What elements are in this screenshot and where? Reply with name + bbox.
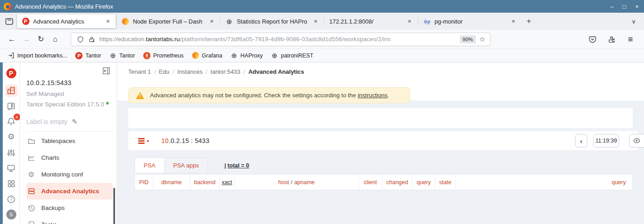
rail-settings[interactable]: ⚙	[5, 131, 18, 143]
sidebar-item-charts[interactable]: Charts	[26, 149, 113, 166]
sidebar-item-backups[interactable]: Backups	[26, 200, 113, 216]
rail-apps[interactable]	[5, 177, 18, 190]
browser-navbar: ← → ↻ ⌂ https://education.tantorlabs.ru/…	[0, 30, 644, 49]
rail-monitoring[interactable]	[5, 162, 18, 174]
column-header-pid[interactable]: PID	[135, 175, 153, 190]
breadcrumb-separator: /	[154, 68, 156, 75]
bookmark-item[interactable]: ⊕HAProxy	[227, 51, 266, 61]
column-header-backend[interactable]: backend	[190, 175, 220, 190]
tab-title: Advanced Analytics	[33, 18, 100, 25]
column-header-query[interactable]: query	[412, 175, 435, 190]
browser-tab[interactable]: PAdvanced Analytics×	[17, 14, 116, 28]
column-header-query[interactable]: query	[455, 175, 632, 190]
instance-toolbar-card: ▾ 10.0.2.15 : 5433 ‹ 11:19:39	[128, 131, 638, 150]
pocket-icon[interactable]	[586, 33, 599, 46]
instructions-link[interactable]: instructions	[358, 92, 387, 99]
warning-text: Advanced analytics may not be configured…	[150, 92, 389, 99]
bookmark-item[interactable]: PTantor	[72, 51, 105, 61]
firefox-view-icon[interactable]	[3, 15, 15, 28]
globe-favicon: ⊕	[225, 18, 233, 25]
bookmark-label: Import bookmarks...	[17, 52, 67, 59]
sidebar-item-advanced-analytics[interactable]: Advanced Analytics	[26, 183, 113, 200]
url-text: https://education.tantorlabs.ru/platform…	[99, 36, 460, 43]
bookmark-item[interactable]: Grafana	[188, 51, 226, 61]
back-button[interactable]: ←	[5, 33, 19, 46]
prometheus-favicon	[143, 52, 150, 59]
tab-close-button[interactable]: ×	[105, 18, 111, 25]
home-button[interactable]: ⌂	[48, 33, 63, 46]
tab-close-button[interactable]: ×	[510, 18, 517, 25]
monitor-icon	[7, 164, 15, 172]
breadcrumb-item[interactable]: Tenant 1	[128, 68, 151, 75]
collapse-sidebar-icon[interactable]	[102, 67, 110, 75]
column-header-host-apname[interactable]: host/apname	[235, 175, 359, 190]
tab-close-button[interactable]: ×	[208, 18, 215, 25]
sidebar-item-label: Tasks	[41, 221, 57, 224]
url-bar[interactable]: https://education.tantorlabs.ru/platform…	[71, 33, 490, 46]
time-back-button[interactable]: ‹	[575, 134, 587, 148]
svg-text:?: ?	[10, 197, 13, 202]
edit-pencil-icon[interactable]: ✎	[72, 118, 77, 126]
bookmark-item[interactable]: Import bookmarks...	[4, 51, 71, 61]
user-avatar: S	[6, 210, 16, 219]
tab-close-button[interactable]: ×	[312, 18, 319, 25]
bookmark-item[interactable]: Prometheus	[140, 51, 187, 61]
rail-documentation[interactable]	[5, 100, 18, 112]
shield-icon[interactable]	[77, 36, 84, 43]
browser-tab[interactable]: ⊕Statistics Report for HAPro×	[221, 14, 323, 28]
breadcrumb-item[interactable]: Instances	[177, 68, 203, 75]
total-counter: | total = 0	[224, 162, 249, 169]
bookmark-item[interactable]: ⊕Tantor	[106, 51, 139, 61]
list-menu-button[interactable]: ▾	[138, 138, 149, 144]
lock-warning-icon[interactable]	[88, 36, 95, 43]
sidebar-item-monitoring-conf[interactable]: ⚙Monitoring conf	[26, 166, 113, 183]
rail-instances[interactable]	[5, 84, 18, 96]
zoom-level-badge[interactable]: 90%	[460, 35, 476, 43]
sidebar-item-label: Tablespaces	[41, 138, 75, 144]
window-minimize-button[interactable]: –	[610, 4, 613, 10]
table-header-row: PIDdbnamebackendxacthost/apnameclientcha…	[135, 174, 633, 190]
time-field[interactable]: 11:19:39	[593, 134, 619, 148]
status-green-dot	[106, 102, 109, 105]
tab-psa[interactable]: PSA	[135, 158, 165, 173]
sidebar-item-tasks[interactable]: Tasks	[26, 216, 113, 224]
breadcrumb-item[interactable]: tantor:5433	[211, 68, 241, 75]
sidebar-menu: TablespacesCharts⚙Monitoring confAdvance…	[26, 131, 113, 224]
rail-tantor-logo[interactable]: P	[5, 67, 18, 79]
column-header-xact[interactable]: xact	[220, 175, 235, 190]
rail-user[interactable]: S	[5, 209, 18, 221]
rail-help[interactable]: ?	[5, 193, 18, 205]
breadcrumb-item: Advanced Analytics	[248, 68, 304, 75]
breadcrumb-item[interactable]: Edu	[159, 68, 169, 75]
column-header-client[interactable]: client	[359, 175, 383, 190]
pg-monitor-favicon: ϕρ	[423, 18, 431, 25]
grafana-favicon	[192, 52, 199, 59]
reload-button[interactable]: ↻	[34, 33, 48, 46]
eye-button[interactable]	[629, 134, 644, 148]
window-close-button[interactable]: ×	[635, 4, 639, 10]
tab-close-button[interactable]: ×	[407, 18, 413, 25]
browser-tab[interactable]: 172.21.1.2:8008/×	[325, 14, 417, 28]
bookmark-item[interactable]: ⊕patroniREST	[267, 51, 317, 61]
column-header-dbname[interactable]: dbname	[153, 175, 190, 190]
list-all-tabs-chevron-icon[interactable]: ∨	[626, 16, 641, 27]
task-icon	[27, 221, 35, 224]
window-maximize-button[interactable]: □	[623, 4, 626, 10]
column-header-state[interactable]: state	[435, 175, 455, 190]
sidebar-item-tablespaces[interactable]: Tablespaces	[26, 133, 113, 149]
bookmark-label: Grafana	[202, 52, 222, 59]
sidebar-scrollbar[interactable]	[113, 188, 115, 224]
rail-tuning[interactable]	[5, 146, 18, 158]
bookmark-star-icon[interactable]: ☆	[479, 35, 485, 43]
browser-tab[interactable]: ϕρpg-monitor×	[419, 14, 521, 28]
browser-tab[interactable]: Node Exporter Full – Dash×	[117, 14, 219, 28]
extensions-puzzle-icon[interactable]	[605, 33, 618, 46]
app-menu-icon[interactable]: ≡	[624, 33, 637, 46]
breadcrumb-separator: /	[243, 68, 245, 75]
new-tab-button[interactable]: +	[521, 15, 537, 28]
tab-psa-apps[interactable]: PSA apps	[165, 158, 208, 173]
rail-notifications[interactable]: 4	[5, 115, 18, 128]
column-header-changed[interactable]: changed	[383, 175, 413, 190]
grafana-favicon	[121, 18, 129, 25]
toolbar-host: 10.0.2.15 : 5433	[161, 137, 209, 144]
